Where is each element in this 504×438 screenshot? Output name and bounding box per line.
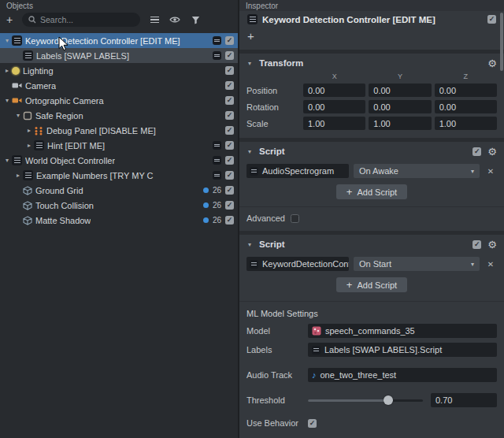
labels-script-field[interactable]: Labels [SWAP LABELS].Script (308, 343, 497, 357)
position-x-input[interactable] (303, 84, 365, 97)
chevron-right-icon[interactable]: ▸ (24, 127, 34, 134)
filter-icon[interactable] (189, 13, 202, 26)
script-badge-icon (213, 156, 221, 165)
add-component-button[interactable]: + (247, 29, 254, 43)
visibility-checkbox[interactable]: ✓ (225, 126, 234, 135)
script-trigger-dropdown[interactable]: On Start ▾ (354, 257, 480, 271)
chevron-down-icon[interactable]: ▾ (2, 157, 12, 164)
position-z-input[interactable] (435, 84, 497, 97)
add-script-button[interactable]: + Add Script (336, 184, 407, 199)
search-input[interactable] (40, 15, 134, 24)
tree-item-touch-collision[interactable]: Touch Collision 26 ✓ (0, 198, 238, 213)
position-y-input[interactable] (369, 84, 431, 97)
gear-icon[interactable]: ⚙ (487, 58, 497, 69)
ml-model-field[interactable]: speech_commands_35 (308, 324, 497, 338)
script-enabled-checkbox[interactable]: ✓ (472, 240, 481, 249)
chevron-right-icon[interactable]: ▸ (2, 67, 12, 74)
tree-item-labels[interactable]: Labels [SWAP LABELS] ✓ (0, 48, 238, 63)
tree-item-ortographic-camera[interactable]: ▾ Ortographic Camera ✓ (0, 93, 238, 108)
tree-item-matte-shadow[interactable]: Matte Shadow 26 ✓ (0, 213, 238, 228)
mesh-icon (23, 216, 32, 225)
visibility-checkbox[interactable]: ✓ (225, 186, 234, 195)
visibility-checkbox[interactable]: ✓ (225, 141, 234, 150)
mesh-icon (23, 186, 32, 195)
inspector-panel: Inspector Keyword Detection Controller [… (239, 0, 504, 438)
transform-section: ▾ Transform ⚙ X Y Z Position Ro (239, 54, 504, 138)
chevron-down-icon[interactable]: ▾ (245, 60, 254, 67)
mesh-icon (23, 201, 32, 210)
visibility-checkbox[interactable]: ✓ (225, 216, 234, 225)
threshold-slider[interactable] (308, 393, 423, 407)
visibility-checkbox[interactable]: ✓ (225, 171, 234, 180)
script-asset-field[interactable]: AudioSpectrogram (246, 164, 349, 178)
audio-track-field[interactable]: ♪ one_two_three_test (308, 368, 497, 382)
tree-item-keyword-detection-controller[interactable]: ▾ Keyword Detection Controller [EDIT ME]… (0, 33, 238, 48)
tree-item-example-numbers[interactable]: ▸ Example Numbers [TRY MY C ✓ (0, 168, 238, 183)
script-object-icon (12, 155, 22, 165)
script-object-icon (23, 50, 33, 61)
add-object-button[interactable]: + (5, 15, 14, 24)
gear-icon[interactable]: ⚙ (487, 239, 497, 250)
script-icon (312, 346, 321, 354)
script-trigger-dropdown[interactable]: On Awake ▾ (354, 164, 480, 178)
visibility-eye-icon[interactable] (169, 13, 181, 26)
scale-y-input[interactable] (369, 117, 431, 130)
visibility-checkbox[interactable]: ✓ (225, 201, 234, 210)
script-badge-icon (213, 141, 221, 150)
remove-script-icon[interactable]: ✕ (484, 260, 497, 269)
region-icon (23, 111, 32, 121)
ml-model-icon (312, 326, 321, 336)
scale-x-input[interactable] (303, 117, 365, 130)
chevron-right-icon[interactable]: ▸ (24, 142, 34, 149)
chevron-down-icon[interactable]: ▾ (245, 148, 254, 155)
remove-script-icon[interactable]: ✕ (484, 167, 497, 176)
inspector-scrollbar[interactable] (500, 13, 503, 71)
tree-item-hint[interactable]: ▸ Hint [EDIT ME] ✓ (0, 138, 238, 153)
visibility-checkbox[interactable]: ✓ (225, 156, 234, 165)
objects-toolbar: + (0, 11, 238, 31)
list-view-icon[interactable] (148, 13, 161, 26)
script-enabled-checkbox[interactable]: ✓ (472, 147, 481, 156)
visibility-checkbox[interactable]: ✓ (225, 66, 234, 75)
chevron-down-icon[interactable]: ▾ (245, 241, 254, 248)
script-badge-icon (213, 171, 221, 180)
use-behavior-checkbox[interactable]: ✓ (308, 419, 317, 428)
rotation-z-input[interactable] (435, 100, 497, 113)
tree-item-ground-grid[interactable]: Ground Grid 26 ✓ (0, 183, 238, 198)
visibility-checkbox[interactable]: ✓ (225, 111, 234, 120)
music-note-icon: ♪ (312, 371, 317, 380)
script-icon (250, 167, 258, 176)
chevron-down-icon[interactable]: ▾ (2, 97, 12, 104)
tree-item-world-object-controller[interactable]: ▾ World Object Controller ✓ (0, 153, 238, 168)
slider-knob[interactable] (384, 395, 393, 405)
rotation-x-input[interactable] (303, 100, 365, 113)
chevron-right-icon[interactable]: ▸ (13, 172, 23, 179)
chevron-down-icon[interactable]: ▾ (2, 37, 12, 44)
light-icon (12, 67, 20, 75)
tree-item-safe-region[interactable]: ▾ Safe Region ✓ (0, 108, 238, 123)
visibility-checkbox[interactable]: ✓ (225, 96, 234, 105)
object-enabled-checkbox[interactable]: ✓ (487, 15, 496, 24)
scale-z-input[interactable] (435, 117, 497, 130)
script-object-icon (12, 35, 22, 46)
visibility-checkbox[interactable]: ✓ (225, 36, 234, 45)
use-behavior-row: Use Behavior ✓ (239, 416, 504, 430)
tree-item-debug-panel[interactable]: ▸ Debug Panel [DISABLE ME] ✓ (0, 123, 238, 138)
script-section-keyworddetection: ▾ Script ✓ ⚙ KeywordDetectionController … (239, 235, 504, 438)
resource-count: 26 (213, 186, 221, 195)
chevron-down-icon[interactable]: ▾ (13, 112, 23, 119)
advanced-checkbox[interactable] (291, 214, 299, 223)
visibility-checkbox[interactable]: ✓ (225, 51, 234, 60)
gear-icon[interactable]: ⚙ (487, 147, 497, 157)
tree-item-lighting[interactable]: ▸ Lighting ✓ (0, 63, 238, 78)
visibility-checkbox[interactable]: ✓ (225, 81, 234, 90)
threshold-value-input[interactable] (431, 393, 497, 407)
tree-item-camera[interactable]: Camera ✓ (0, 78, 238, 93)
add-script-button[interactable]: + Add Script (336, 277, 407, 292)
script-asset-field[interactable]: KeywordDetectionController (246, 257, 349, 271)
audio-track-row: Audio Track ♪ one_two_three_test (239, 366, 504, 384)
object-search-box[interactable] (22, 13, 140, 27)
sync-dot-icon (203, 217, 209, 223)
scale-row: Scale (239, 115, 504, 132)
rotation-y-input[interactable] (369, 100, 431, 113)
